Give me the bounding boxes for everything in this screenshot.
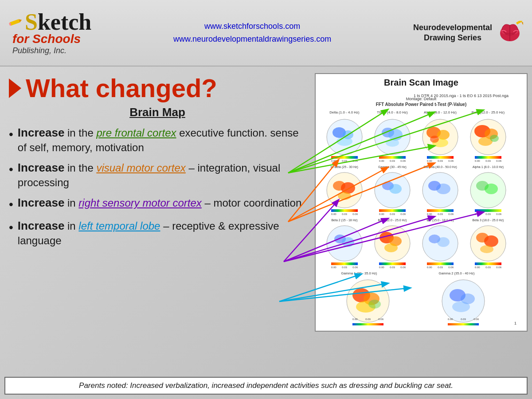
main-content: What changed? Brain Map • Increase in th… xyxy=(0,66,532,399)
svg-rect-117 xyxy=(427,262,454,265)
svg-point-107 xyxy=(384,243,398,252)
svg-text:0.00: 0.00 xyxy=(331,213,336,215)
svg-text:0.06: 0.06 xyxy=(448,213,454,215)
svg-text:1: 1 xyxy=(514,321,516,325)
brain-scan-container: Brain Scan Image Montage: Default 1 ts D… xyxy=(315,73,528,332)
svg-text:Beta 3 (18.0 - 25.0 Hz): Beta 3 (18.0 - 25.0 Hz) xyxy=(473,219,504,222)
svg-point-124 xyxy=(480,245,493,253)
brain-scan-title: Brain Scan Image xyxy=(319,78,523,88)
svg-text:0.03: 0.03 xyxy=(485,160,491,162)
svg-text:0.00: 0.00 xyxy=(427,213,432,215)
logo-for-schools: for Schools xyxy=(12,32,81,46)
svg-text:0.06: 0.06 xyxy=(448,160,454,162)
left-temporal-lobe-link[interactable]: left temporal lobe xyxy=(78,220,160,232)
svg-text:0.00: 0.00 xyxy=(379,160,384,162)
header: Sketch for Schools Publishing, Inc. www.… xyxy=(0,0,532,66)
nds-line2: Drawing Series xyxy=(413,33,492,43)
svg-text:0.00: 0.00 xyxy=(427,266,432,269)
svg-text:0.03: 0.03 xyxy=(438,266,443,269)
svg-text:Gamma 1 (30 - 35.0 Hz): Gamma 1 (30 - 35.0 Hz) xyxy=(341,271,377,275)
svg-text:0.06: 0.06 xyxy=(352,160,358,162)
svg-text:0.00: 0.00 xyxy=(331,266,336,269)
list-item: • Increase in the visual motor cortex – … xyxy=(9,160,306,189)
bold-increase: Increase xyxy=(18,196,65,209)
right-sensory-motor-cortex-link[interactable]: right sensory motor cortex xyxy=(78,197,201,209)
svg-point-62 xyxy=(338,192,351,200)
bullet-dot: • xyxy=(9,219,13,235)
svg-text:0.00: 0.00 xyxy=(475,213,480,215)
svg-point-61 xyxy=(341,182,355,194)
brain-scan-svg: Montage: Default 1 ts DTR 4 20 2015.nga … xyxy=(319,90,523,325)
svg-text:0.06: 0.06 xyxy=(448,266,454,269)
bullet-dot: • xyxy=(9,126,13,142)
svg-rect-72 xyxy=(379,209,406,212)
svg-text:0.03: 0.03 xyxy=(461,318,466,321)
svg-rect-126 xyxy=(475,262,501,265)
bold-increase: Increase xyxy=(18,161,65,174)
svg-text:0.03: 0.03 xyxy=(390,266,395,269)
svg-point-28 xyxy=(388,129,403,141)
svg-text:0.06: 0.06 xyxy=(400,213,406,215)
svg-text:0.00: 0.00 xyxy=(448,318,453,321)
svg-text:0.03: 0.03 xyxy=(485,213,491,215)
logo-publishing: Publishing, Inc. xyxy=(12,46,66,55)
header-urls: www.sketchforschools.com www.neurodevelo… xyxy=(91,20,413,46)
svg-rect-22 xyxy=(331,156,358,159)
svg-text:Gamma (40.0 - 50.0 Hz): Gamma (40.0 - 50.0 Hz) xyxy=(423,165,457,169)
what-changed-heading: What changed? xyxy=(9,75,306,101)
svg-text:0.00: 0.00 xyxy=(427,160,432,162)
bullet-text-4: Increase in left temporal lobe – recepti… xyxy=(18,219,306,247)
svg-text:0.03: 0.03 xyxy=(438,213,443,215)
svg-text:Alpha 1 (8.0 - 10.0 Hz): Alpha 1 (8.0 - 10.0 Hz) xyxy=(473,165,504,169)
svg-text:0.06: 0.06 xyxy=(378,318,383,321)
svg-rect-109 xyxy=(379,262,406,265)
svg-rect-51 xyxy=(475,156,501,159)
svg-rect-31 xyxy=(379,156,406,159)
svg-point-78 xyxy=(436,184,450,194)
brain-logo-icon xyxy=(497,21,523,45)
svg-text:0.06: 0.06 xyxy=(352,266,358,269)
svg-text:0.00: 0.00 xyxy=(331,160,336,162)
svg-text:Gamma 2 (35.0 - 40 Hz): Gamma 2 (35.0 - 40 Hz) xyxy=(439,271,475,275)
list-item: • Increase in the pre frontal cortex exe… xyxy=(9,125,306,154)
svg-text:B 2 (15.0 - 18.0 Hz): B 2 (15.0 - 18.0 Hz) xyxy=(426,219,454,222)
visual-motor-cortex-link[interactable]: visual motor cortex xyxy=(96,162,185,174)
svg-text:Theta (4.0 - 8.0 Hz): Theta (4.0 - 8.0 Hz) xyxy=(377,110,408,114)
svg-text:0.00: 0.00 xyxy=(475,266,480,269)
svg-rect-8 xyxy=(516,21,523,24)
svg-rect-88 xyxy=(475,209,501,212)
svg-point-136 xyxy=(368,300,381,309)
svg-point-86 xyxy=(485,184,498,194)
svg-point-70 xyxy=(389,184,402,194)
svg-text:0.03: 0.03 xyxy=(438,160,443,162)
svg-rect-100 xyxy=(331,262,358,265)
url2: www.neurodevelopmentaldrawingseries.com xyxy=(91,33,413,46)
svg-text:1 ts DTR 4 20 2015.nga - 1 ts : 1 ts DTR 4 20 2015.nga - 1 ts EO 6 13 20… xyxy=(414,94,509,98)
right-panel: Brain Scan Image Montage: Default 1 ts D… xyxy=(315,71,528,395)
bullet-dot: • xyxy=(9,196,13,212)
bullet-text-1: Increase in the pre frontal cortex execu… xyxy=(18,125,306,154)
pre-frontal-cortex-link[interactable]: pre frontal cortex xyxy=(96,127,176,139)
bullet-text-3: Increase in right sensory motor cortex –… xyxy=(18,196,301,211)
logo-sketch-text: Sketch xyxy=(25,11,91,34)
svg-text:0.03: 0.03 xyxy=(390,160,395,162)
svg-rect-64 xyxy=(331,209,358,212)
nds-line1: Neurodevelopmental xyxy=(413,23,492,33)
logo-section: Sketch for Schools Publishing, Inc. xyxy=(9,11,91,55)
svg-point-39 xyxy=(430,136,439,143)
svg-point-49 xyxy=(490,135,499,142)
svg-text:Delta (1.0 - 4.0 Hz): Delta (1.0 - 4.0 Hz) xyxy=(329,110,360,114)
svg-text:FFT Absolute Power Paired t-Te: FFT Absolute Power Paired t-Test (P-Valu… xyxy=(376,102,466,107)
svg-text:0.06: 0.06 xyxy=(352,213,358,215)
bottom-note: Parents noted: Increased verbalization, … xyxy=(4,377,528,395)
svg-text:Gamma (30 - 45 Hz): Gamma (30 - 45 Hz) xyxy=(378,165,407,169)
svg-point-115 xyxy=(437,237,450,247)
svg-text:0.03: 0.03 xyxy=(365,318,371,321)
list-item: • Increase in left temporal lobe – recep… xyxy=(9,219,306,247)
svg-text:0.03: 0.03 xyxy=(485,266,491,269)
svg-text:0.03: 0.03 xyxy=(342,213,347,215)
svg-text:0.06: 0.06 xyxy=(473,318,479,321)
svg-text:Hi Beta (25 - 30 Hz): Hi Beta (25 - 30 Hz) xyxy=(331,165,358,169)
svg-text:0.03: 0.03 xyxy=(342,160,347,162)
arrow-right-icon xyxy=(9,78,21,98)
